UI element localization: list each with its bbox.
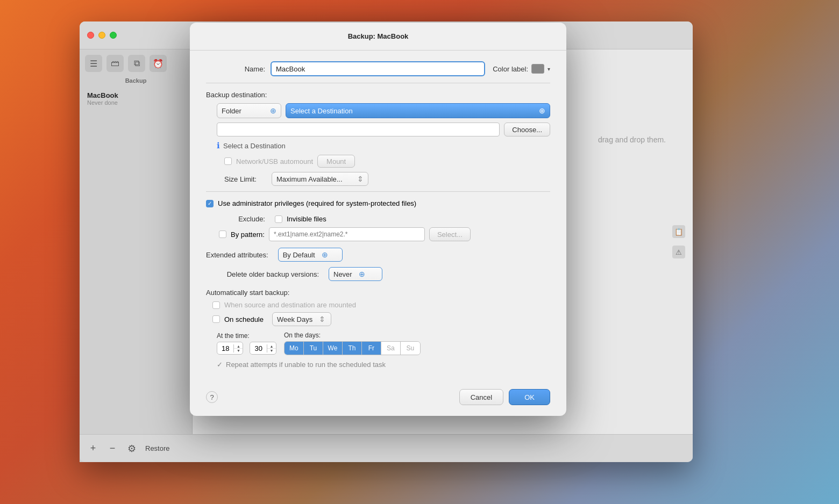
admin-label: Use administrator privileges (required f… [218,199,416,207]
invisible-files-label: Invisible files [287,215,326,223]
days-buttons: MoTuWeThFrSaSu [284,341,421,355]
divider-2 [206,191,550,192]
remove-icon[interactable]: − [106,443,118,455]
day-button-tu[interactable]: Tu [304,342,323,355]
archive-icon[interactable]: 🗃 [106,55,124,72]
delete-dropdown[interactable]: Never ⊕ [329,267,382,281]
right-icon-1[interactable]: 📋 [672,225,685,238]
add-icon[interactable]: + [87,443,99,455]
hour-stepper[interactable]: 18 ▲ ▼ [217,342,243,355]
toolbar: ☰ 🗃 ⧉ ⏰ [80,55,192,72]
extended-attrs-label: Extended attributes: [206,251,274,259]
pattern-input[interactable] [269,227,425,241]
extended-attrs-row: Extended attributes: By Default ⊕ [206,248,550,262]
dialog-title: Backup: MacBook [348,32,409,40]
backup-dest-label: Backup destination: [206,91,550,99]
choose-button[interactable]: Choose... [504,123,550,136]
delete-row: Delete older backup versions: Never ⊕ [206,267,550,281]
copy-icon[interactable]: ⧉ [128,55,145,72]
backup-dialog: Backup: MacBook Name: Color label: ▾ Bac… [190,23,566,416]
repeat-text: Repeat attempts if unable to run the sch… [226,361,386,369]
at-time-section: At the time: 18 ▲ ▼ 30 ▲ ▼ [217,332,276,355]
ok-button[interactable]: OK [509,389,550,405]
warning-row: ℹ Select a Destination [206,141,550,150]
schedule-chevron: ⇕ [319,315,325,323]
divider-1 [206,83,550,83]
schedule-value: Week Days [277,315,312,323]
minute-up-button[interactable]: ▲ [267,344,276,349]
sidebar-toggle-icon[interactable]: ☰ [85,55,102,72]
minimize-button[interactable] [98,32,105,39]
color-label-text: Color label: [493,65,528,73]
name-input[interactable] [271,61,485,76]
extended-attrs-value: By Default [283,251,315,259]
on-days-section: On the days: MoTuWeThFrSaSu [284,332,421,355]
sidebar-section-label: Backup [80,77,192,84]
dest-value: Select a Destination [290,107,353,115]
folder-type-dropdown[interactable]: Folder ⊕ [217,103,281,118]
right-icon-2[interactable]: ⚠ [672,246,685,258]
invisible-files-checkbox[interactable] [275,215,282,223]
size-limit-row: Size Limit: Maximum Available... ⇕ [206,172,550,186]
when-mounted-checkbox[interactable] [212,301,220,309]
exclude-label: Exclude: [206,215,271,223]
by-pattern-label: By pattern: [231,231,265,239]
day-button-mo[interactable]: Mo [285,342,304,355]
hour-down-button[interactable]: ▼ [234,349,243,352]
name-label: Name: [206,65,271,73]
size-limit-label: Size Limit: [224,175,267,183]
by-pattern-checkbox[interactable] [219,231,226,238]
extended-attrs-dropdown[interactable]: By Default ⊕ [278,248,343,262]
network-usb-checkbox[interactable] [224,157,232,165]
pattern-select-button[interactable]: Select... [429,227,471,241]
delete-value: Never [333,270,352,278]
gear-icon[interactable]: ⚙ [126,443,138,455]
bg-bottom-bar: + − ⚙ Restore [80,434,693,462]
color-swatch[interactable] [531,64,544,74]
destination-dropdown[interactable]: Select a Destination ⊕ [286,103,550,118]
minute-down-button[interactable]: ▼ [267,349,276,352]
delete-label: Delete older backup versions: [206,270,324,278]
admin-checkbox[interactable]: ✓ [206,200,214,207]
drag-drop-text: drag and drop them. [598,135,666,144]
day-button-sa[interactable]: Sa [381,342,401,355]
dialog-titlebar: Backup: MacBook [190,23,566,51]
network-usb-label: Network/USB automount [236,157,313,165]
on-schedule-checkbox[interactable] [212,315,220,323]
day-button-we[interactable]: We [323,342,343,355]
checkmark-icon: ✓ [217,361,223,369]
exclude-row: Exclude: Invisible files [206,215,550,223]
pattern-row: By pattern: Select... [206,227,550,241]
restore-label[interactable]: Restore [145,444,170,452]
at-time-label: At the time: [217,332,276,340]
schedule-dropdown[interactable]: Week Days ⇕ [272,312,331,326]
hour-stepper-buttons: ▲ ▼ [234,344,243,352]
day-button-th[interactable]: Th [343,342,362,355]
hour-value: 18 [217,344,234,352]
sidebar: ☰ 🗃 ⧉ ⏰ Backup MacBook Never done [80,49,193,462]
zoom-button[interactable] [110,32,117,39]
minute-stepper[interactable]: 30 ▲ ▼ [250,342,276,355]
name-row: Name: Color label: ▾ [206,61,550,76]
day-button-fr[interactable]: Fr [362,342,381,355]
minute-stepper-buttons: ▲ ▼ [267,344,276,352]
color-dropdown-chevron[interactable]: ▾ [548,66,550,72]
hour-up-button[interactable]: ▲ [234,344,243,349]
size-limit-dropdown[interactable]: Maximum Available... ⇕ [272,172,368,186]
clock-icon[interactable]: ⏰ [150,55,167,72]
admin-row: ✓ Use administrator privileges (required… [206,199,550,207]
mount-button[interactable]: Mount [317,155,355,168]
when-mounted-label: When source and destination are mounted [224,301,356,309]
path-input[interactable] [217,123,500,136]
size-limit-chevron: ⇕ [357,175,364,183]
sidebar-item-macbook[interactable]: MacBook Never done [80,87,192,110]
on-days-label: On the days: [284,332,421,339]
dest-dropdowns-row: Folder ⊕ Select a Destination ⊕ [206,103,550,118]
cancel-button[interactable]: Cancel [459,389,503,405]
close-button[interactable] [87,32,94,39]
network-usb-row: Network/USB automount Mount [206,155,550,168]
help-button[interactable]: ? [206,391,218,403]
day-button-su[interactable]: Su [401,342,420,355]
warning-text: Select a Destination [223,142,286,150]
time-days-row: At the time: 18 ▲ ▼ 30 ▲ ▼ [206,332,550,355]
